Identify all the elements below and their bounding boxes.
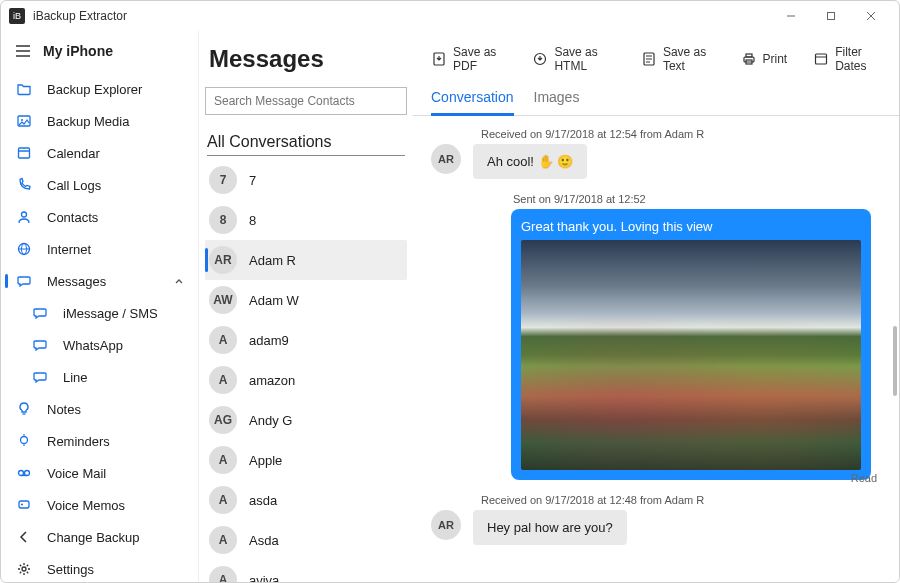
avatar: AR <box>209 246 237 274</box>
svg-point-24 <box>22 567 26 571</box>
avatar: 8 <box>209 206 237 234</box>
conversation-item[interactable]: AGAndy G <box>205 400 407 440</box>
minimize-button[interactable] <box>771 2 811 30</box>
avatar: A <box>209 366 237 394</box>
sidebar-item-internet[interactable]: Internet <box>1 233 198 265</box>
sidebar-subitem-line[interactable]: Line <box>1 361 198 393</box>
conversations-header: All Conversations <box>207 133 405 156</box>
sidebar-item-settings[interactable]: Settings <box>1 553 198 582</box>
svg-rect-1 <box>828 13 835 20</box>
close-button[interactable] <box>851 2 891 30</box>
sidebar-item-label: Contacts <box>47 210 98 225</box>
sidebar: My iPhone Backup ExplorerBackup MediaCal… <box>1 31 199 582</box>
svg-rect-22 <box>19 501 29 508</box>
sidebar-item-reminders[interactable]: Reminders <box>1 425 198 457</box>
device-name: My iPhone <box>43 43 113 59</box>
save-html-button[interactable]: Save as HTML <box>526 41 620 77</box>
gear-icon <box>15 561 33 577</box>
conversation-item[interactable]: AWAdam W <box>205 280 407 320</box>
conversation-name: Apple <box>249 453 282 468</box>
print-button[interactable]: Print <box>735 41 794 77</box>
save-pdf-button[interactable]: Save as PDF <box>425 41 512 77</box>
conversation-item[interactable]: Aaviva <box>205 560 407 582</box>
chat-icon <box>31 337 49 353</box>
sidebar-item-label: Notes <box>47 402 81 417</box>
tab-images[interactable]: Images <box>534 89 580 115</box>
sidebar-item-label: Calendar <box>47 146 100 161</box>
sidebar-item-voice-memos[interactable]: Voice Memos <box>1 489 198 521</box>
sidebar-item-calendar[interactable]: Calendar <box>1 137 198 169</box>
sidebar-item-label: Reminders <box>47 434 110 449</box>
sidebar-subitem-whatsapp[interactable]: WhatsApp <box>1 329 198 361</box>
conversation-item[interactable]: AApple <box>205 440 407 480</box>
sidebar-item-voice-mail[interactable]: Voice Mail <box>1 457 198 489</box>
avatar: AR <box>431 510 461 540</box>
message-bubble-sent: Great thank you. Loving this view <box>511 209 871 480</box>
conversation-item[interactable]: 77 <box>205 160 407 200</box>
conversation-item[interactable]: Aamazon <box>205 360 407 400</box>
sidebar-item-label: Voice Mail <box>47 466 106 481</box>
sidebar-item-backup-explorer[interactable]: Backup Explorer <box>1 73 198 105</box>
hamburger-icon[interactable] <box>15 44 31 58</box>
svg-rect-9 <box>19 148 30 158</box>
html-icon <box>532 51 548 67</box>
conversation-name: asda <box>249 493 277 508</box>
conversation-item[interactable]: 88 <box>205 200 407 240</box>
sidebar-subitem-imessage-sms[interactable]: iMessage / SMS <box>1 297 198 329</box>
search-input[interactable] <box>205 87 407 115</box>
read-status: Read <box>431 472 877 484</box>
sidebar-item-label: Voice Memos <box>47 498 125 513</box>
chat-icon <box>31 305 49 321</box>
svg-point-19 <box>19 471 24 476</box>
svg-point-11 <box>22 212 27 217</box>
message-image[interactable] <box>521 240 861 470</box>
conversation-name: Andy G <box>249 413 292 428</box>
sidebar-item-backup-media[interactable]: Backup Media <box>1 105 198 137</box>
conversation-name: aviva <box>249 573 279 583</box>
tab-conversation[interactable]: Conversation <box>431 89 514 116</box>
avatar: A <box>209 526 237 554</box>
conversation-list-column: Messages All Conversations 7788ARAdam RA… <box>199 31 413 582</box>
conversation-item[interactable]: AAsda <box>205 520 407 560</box>
save-text-button[interactable]: Save as Text <box>635 41 721 77</box>
sidebar-item-label: Internet <box>47 242 91 257</box>
sidebar-item-call-logs[interactable]: Call Logs <box>1 169 198 201</box>
avatar: A <box>209 486 237 514</box>
scrollbar[interactable] <box>893 326 897 396</box>
sidebar-item-messages[interactable]: Messages <box>1 265 198 297</box>
sidebar-item-label: Settings <box>47 562 94 577</box>
conversation-item[interactable]: ARAdam R <box>205 240 407 280</box>
sidebar-item-change-backup[interactable]: Change Backup <box>1 521 198 553</box>
sidebar-item-label: Messages <box>47 274 106 289</box>
avatar: A <box>209 446 237 474</box>
chat-icon <box>31 369 49 385</box>
chat-icon <box>15 273 33 289</box>
message-row: AR Hey pal how are you? <box>431 510 881 545</box>
bulb-icon <box>15 401 33 417</box>
conversation-name: 8 <box>249 213 256 228</box>
sidebar-item-contacts[interactable]: Contacts <box>1 201 198 233</box>
sidebar-item-notes[interactable]: Notes <box>1 393 198 425</box>
conversation-name: amazon <box>249 373 295 388</box>
back-icon <box>15 529 33 545</box>
sidebar-item-label: Call Logs <box>47 178 101 193</box>
message-meta: Received on 9/17/2018 at 12:54 from Adam… <box>481 128 881 140</box>
main-panel: Save as PDF Save as HTML Save as Text Pr… <box>413 31 899 582</box>
message-bubble-received: Hey pal how are you? <box>473 510 627 545</box>
avatar: AR <box>431 144 461 174</box>
message-meta: Sent on 9/17/2018 at 12:52 <box>513 193 881 205</box>
folder-icon <box>15 81 33 97</box>
filter-dates-button[interactable]: Filter Dates <box>807 41 887 77</box>
conversation-item[interactable]: Aadam9 <box>205 320 407 360</box>
chevron-up-icon <box>174 276 184 286</box>
calendar-icon <box>813 51 829 67</box>
person-icon <box>15 209 33 225</box>
voicemail-icon <box>15 465 33 481</box>
chat-area[interactable]: Received on 9/17/2018 at 12:54 from Adam… <box>413 116 899 582</box>
sidebar-item-label: Backup Explorer <box>47 82 142 97</box>
avatar: 7 <box>209 166 237 194</box>
conversation-item[interactable]: Aasda <box>205 480 407 520</box>
avatar: AG <box>209 406 237 434</box>
calendar-icon <box>15 145 33 161</box>
maximize-button[interactable] <box>811 2 851 30</box>
